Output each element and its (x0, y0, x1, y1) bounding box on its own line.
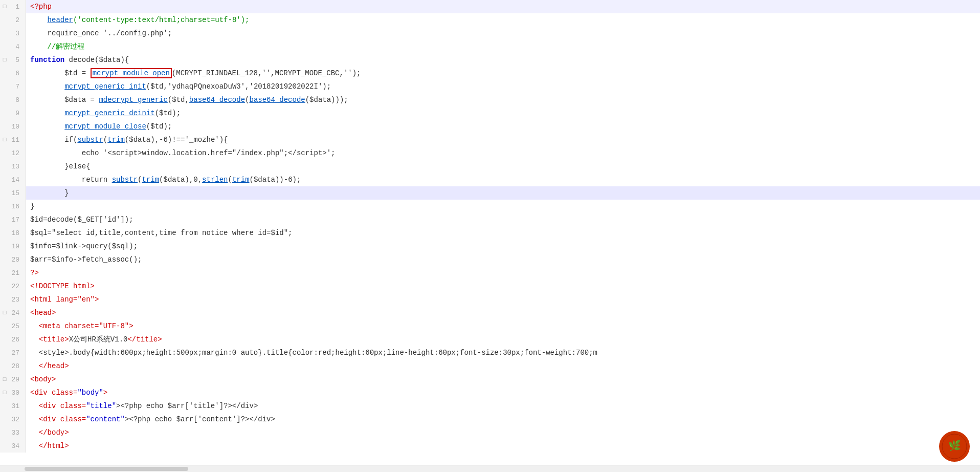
line-number-6: 6 (9, 70, 21, 77)
line-gutter-25: 25 (0, 319, 26, 333)
line-content-11: if(substr(trim($data),-6)!=='_mozhe'){ (26, 133, 980, 146)
fold-marker-28 (1, 362, 8, 370)
line-gutter-30: □30 (0, 386, 26, 399)
line-number-17: 17 (9, 216, 21, 224)
fold-marker-9 (1, 110, 8, 117)
line-number-9: 9 (9, 110, 21, 117)
code-line-26: 26 <title>X公司HR系统V1.0</title> (0, 333, 980, 346)
fold-marker-18 (1, 229, 8, 237)
fold-marker-24[interactable]: □ (1, 309, 8, 316)
fold-marker-5[interactable]: □ (1, 56, 8, 63)
fold-marker-25 (1, 323, 8, 330)
line-content-33: </body> (26, 426, 980, 439)
line-gutter-34: 34 (0, 439, 26, 453)
line-number-14: 14 (9, 176, 21, 184)
code-line-27: 27 <style>.body{width:600px;height:500px… (0, 346, 980, 359)
code-area: □1<?php 2 header('content-type:text/html… (0, 0, 980, 465)
code-line-34: 34 </html> (0, 439, 980, 453)
line-number-12: 12 (9, 149, 21, 157)
line-gutter-1: □1 (0, 0, 26, 13)
code-line-5: □5function decode($data){ (0, 53, 980, 67)
fold-marker-1[interactable]: □ (1, 3, 8, 10)
code-line-15: 15 } (0, 186, 980, 200)
line-content-30: <div class="body"> (26, 386, 980, 399)
line-gutter-33: 33 (0, 426, 26, 439)
line-content-14: return substr(trim($data),0,strlen(trim(… (26, 173, 980, 186)
code-line-10: 10 mcrypt_module_close($td); (0, 120, 980, 133)
line-number-21: 21 (9, 269, 21, 277)
line-number-11: 11 (9, 136, 21, 144)
line-content-4: //解密过程 (26, 40, 980, 53)
code-line-30: □30<div class="body"> (0, 386, 980, 399)
line-number-23: 23 (9, 296, 21, 304)
line-content-13: }else{ (26, 160, 980, 173)
code-line-16: 16} (0, 200, 980, 213)
code-line-31: 31 <div class="title"><?php echo $arr['t… (0, 399, 980, 413)
line-number-5: 5 (9, 56, 21, 64)
code-line-21: 21?> (0, 266, 980, 280)
code-line-13: 13 }else{ (0, 160, 980, 173)
fold-marker-30[interactable]: □ (1, 389, 8, 396)
line-gutter-6: 6 (0, 67, 26, 80)
line-gutter-29: □29 (0, 373, 26, 386)
fold-marker-10 (1, 123, 8, 130)
line-gutter-15: 15 (0, 186, 26, 200)
line-content-32: <div class="content"><?php echo $arr['co… (26, 413, 980, 426)
code-line-3: 3 require_once '../config.php'; (0, 27, 980, 40)
fold-marker-2 (1, 16, 8, 24)
line-content-15: } (26, 186, 980, 200)
fold-marker-3 (1, 30, 8, 37)
line-content-34: </html> (26, 439, 980, 453)
code-line-11: □11 if(substr(trim($data),-6)!=='_mozhe'… (0, 133, 980, 146)
line-content-10: mcrypt_module_close($td); (26, 120, 980, 133)
line-number-4: 4 (9, 43, 21, 51)
line-number-16: 16 (9, 203, 21, 210)
line-content-29: <body> (26, 373, 980, 386)
fold-marker-12 (1, 149, 8, 157)
code-line-22: 22<!DOCTYPE html> (0, 280, 980, 293)
line-content-16: } (26, 200, 980, 213)
code-line-6: 6 $td = mcrypt_module_open(MCRYPT_RIJNDA… (0, 67, 980, 80)
code-line-12: 12 echo '<script>window.location.href="/… (0, 146, 980, 160)
line-gutter-21: 21 (0, 266, 26, 280)
line-gutter-14: 14 (0, 173, 26, 186)
fold-marker-33 (1, 429, 8, 436)
line-number-19: 19 (9, 243, 21, 250)
code-line-24: □24<head> (0, 306, 980, 319)
line-gutter-12: 12 (0, 146, 26, 160)
code-line-7: 7 mcrypt_generic_init($td,'ydhaqPQnexoaD… (0, 80, 980, 93)
bottom-right-decoration: 🌿 (939, 431, 970, 462)
line-content-3: require_once '../config.php'; (26, 27, 980, 40)
line-content-20: $arr=$info->fetch_assoc(); (26, 253, 980, 266)
code-line-33: 33 </body> (0, 426, 980, 439)
line-gutter-9: 9 (0, 106, 26, 120)
line-gutter-23: 23 (0, 293, 26, 306)
fold-marker-29[interactable]: □ (1, 376, 8, 383)
code-line-14: 14 return substr(trim($data),0,strlen(tr… (0, 173, 980, 186)
line-content-1: <?php (26, 0, 980, 13)
fold-marker-23 (1, 296, 8, 303)
line-gutter-13: 13 (0, 160, 26, 173)
line-gutter-27: 27 (0, 346, 26, 359)
fold-marker-11[interactable]: □ (1, 136, 8, 143)
scrollbar-area[interactable] (0, 465, 980, 472)
line-number-3: 3 (9, 30, 21, 37)
fold-marker-17 (1, 216, 8, 223)
line-gutter-19: 19 (0, 240, 26, 253)
line-content-5: function decode($data){ (26, 53, 980, 67)
line-gutter-26: 26 (0, 333, 26, 346)
fold-marker-27 (1, 349, 8, 356)
line-gutter-3: 3 (0, 27, 26, 40)
code-line-2: 2 header('content-type:text/html;charset… (0, 13, 980, 27)
line-gutter-10: 10 (0, 120, 26, 133)
fold-marker-19 (1, 243, 8, 250)
code-line-8: 8 $data = mdecrypt_generic($td,base64_de… (0, 93, 980, 106)
horizontal-scrollbar[interactable] (25, 467, 188, 471)
line-content-22: <!DOCTYPE html> (26, 280, 980, 293)
line-content-17: $id=decode($_GET['id']); (26, 213, 980, 226)
line-content-28: </head> (26, 359, 980, 373)
code-line-17: 17$id=decode($_GET['id']); (0, 213, 980, 226)
code-line-20: 20$arr=$info->fetch_assoc(); (0, 253, 980, 266)
fold-marker-20 (1, 256, 8, 263)
code-line-25: 25 <meta charset="UTF-8"> (0, 319, 980, 333)
